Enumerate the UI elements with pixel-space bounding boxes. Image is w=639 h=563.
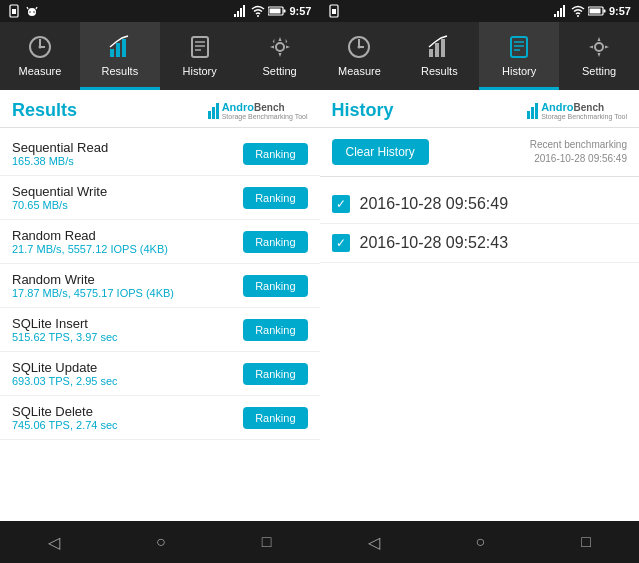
svg-point-48 <box>595 43 603 51</box>
random-write-value: 17.87 MB/s, 4575.17 IOPS (4KB) <box>12 287 174 299</box>
logo-bar-b <box>531 107 534 119</box>
status-right-2: 9:57 <box>554 5 631 17</box>
sqlite-insert-ranking[interactable]: Ranking <box>243 319 307 341</box>
nav-results-1[interactable]: Results <box>80 22 160 90</box>
history-icon-1 <box>186 33 214 61</box>
svg-rect-1 <box>12 9 16 14</box>
random-write-ranking[interactable]: Ranking <box>243 275 307 297</box>
clear-history-button[interactable]: Clear History <box>332 139 429 165</box>
nav-bar-1: Measure Results History Setting <box>0 22 320 90</box>
svg-point-18 <box>38 45 41 48</box>
nav-measure-1[interactable]: Measure <box>0 22 80 90</box>
sqlite-insert-value: 515.62 TPS, 3.97 sec <box>12 331 118 343</box>
logo-andro-2: AndroBench <box>541 101 627 113</box>
sequential-read-name: Sequential Read <box>12 140 108 155</box>
android-icon <box>26 5 38 17</box>
logo-text-2: AndroBench Storage Benchmarking Tool <box>541 101 627 121</box>
sqlite-delete-value: 745.06 TPS, 2.74 sec <box>12 419 118 431</box>
recents-button-2[interactable]: □ <box>561 525 611 559</box>
sim-icon <box>8 4 22 18</box>
status-left-icons <box>8 4 38 18</box>
result-random-read: Random Read 21.7 MB/s, 5557.12 IOPS (4KB… <box>0 220 320 264</box>
sim-icon-2 <box>328 4 342 18</box>
nav-results-label-2: Results <box>421 65 458 77</box>
nav-results-2[interactable]: Results <box>399 22 479 90</box>
home-button-2[interactable]: ○ <box>456 525 506 559</box>
logo-andro-1: AndroBench <box>222 101 308 113</box>
battery-icon-2 <box>588 6 606 16</box>
status-right-icons: 9:57 <box>234 5 311 17</box>
random-read-name: Random Read <box>12 228 168 243</box>
svg-rect-20 <box>116 43 120 57</box>
result-sequential-read: Sequential Read 165.38 MB/s Ranking <box>0 132 320 176</box>
svg-line-3 <box>27 7 28 9</box>
nav-measure-2[interactable]: Measure <box>320 22 400 90</box>
status-bar-2: 9:57 <box>320 0 640 22</box>
history-header: History AndroBench Storage Benchmarking … <box>320 90 640 128</box>
history-list: 2016-10-28 09:56:49 2016-10-28 09:52:43 <box>320 177 640 521</box>
nav-history-1[interactable]: History <box>160 22 240 90</box>
svg-rect-32 <box>563 5 565 17</box>
svg-rect-10 <box>243 5 245 17</box>
svg-point-33 <box>577 15 579 17</box>
bottom-nav-2: ◁ ○ □ <box>320 521 640 563</box>
sqlite-update-value: 693.03 TPS, 2.95 sec <box>12 375 118 387</box>
history-checkbox-2 <box>332 234 350 252</box>
logo-bars-1 <box>208 103 219 119</box>
nav-setting-label-2: Setting <box>582 65 616 77</box>
sequential-write-name: Sequential Write <box>12 184 107 199</box>
nav-setting-label-1: Setting <box>262 65 296 77</box>
logo-bar-3 <box>216 103 219 119</box>
home-button-1[interactable]: ○ <box>136 525 186 559</box>
logo-tagline-2: Storage Benchmarking Tool <box>541 113 627 121</box>
wifi-icon-2 <box>571 5 585 17</box>
history-timestamp-1: 2016-10-28 09:56:49 <box>360 195 509 213</box>
nav-history-2[interactable]: History <box>479 22 559 90</box>
nav-bar-2: Measure Results History Setting <box>320 22 640 90</box>
history-item-1[interactable]: 2016-10-28 09:56:49 <box>320 185 640 224</box>
back-button-1[interactable]: ◁ <box>28 525 80 560</box>
phone-2: 9:57 Measure Results History Setti <box>320 0 640 563</box>
sequential-read-value: 165.38 MB/s <box>12 155 108 167</box>
sequential-read-ranking[interactable]: Ranking <box>243 143 307 165</box>
nav-setting-2[interactable]: Setting <box>559 22 639 90</box>
result-random-write: Random Write 17.87 MB/s, 4575.17 IOPS (4… <box>0 264 320 308</box>
wifi-icon <box>251 5 265 17</box>
svg-rect-8 <box>237 11 239 17</box>
androbench-logo-2: AndroBench Storage Benchmarking Tool <box>527 101 627 121</box>
sqlite-update-ranking[interactable]: Ranking <box>243 363 307 385</box>
battery-icon <box>268 6 286 16</box>
results-page-title: Results <box>12 100 77 121</box>
recents-button-1[interactable]: □ <box>242 525 292 559</box>
nav-results-label-1: Results <box>101 65 138 77</box>
back-button-2[interactable]: ◁ <box>348 525 400 560</box>
sqlite-delete-ranking[interactable]: Ranking <box>243 407 307 429</box>
setting-icon-2 <box>585 33 613 61</box>
history-icon-nav-2 <box>505 33 533 61</box>
signal-icon <box>234 5 248 17</box>
result-sequential-write: Sequential Write 70.65 MB/s Ranking <box>0 176 320 220</box>
random-read-ranking[interactable]: Ranking <box>243 231 307 253</box>
svg-rect-28 <box>332 9 336 14</box>
history-content: History AndroBench Storage Benchmarking … <box>320 90 640 521</box>
results-icon <box>106 33 134 61</box>
history-item-2[interactable]: 2016-10-28 09:52:43 <box>320 224 640 263</box>
sequential-write-ranking[interactable]: Ranking <box>243 187 307 209</box>
logo-text-1: AndroBench Storage Benchmarking Tool <box>222 101 308 121</box>
random-write-name: Random Write <box>12 272 174 287</box>
history-checkbox-1 <box>332 195 350 213</box>
nav-history-label-1: History <box>183 65 217 77</box>
logo-bar-a <box>527 111 530 119</box>
svg-rect-9 <box>240 8 242 17</box>
time-display-2: 9:57 <box>609 5 631 17</box>
sqlite-update-name: SQLite Update <box>12 360 118 375</box>
status-bar-1: 9:57 <box>0 0 320 22</box>
svg-rect-14 <box>270 9 281 14</box>
history-actions: Clear History Recent benchmarking 2016-1… <box>320 128 640 177</box>
svg-rect-35 <box>603 10 605 13</box>
nav-setting-1[interactable]: Setting <box>240 22 320 90</box>
svg-rect-13 <box>284 10 286 13</box>
bottom-nav-1: ◁ ○ □ <box>0 521 320 563</box>
androbench-logo-1: AndroBench Storage Benchmarking Tool <box>208 101 308 121</box>
svg-rect-44 <box>511 37 527 57</box>
